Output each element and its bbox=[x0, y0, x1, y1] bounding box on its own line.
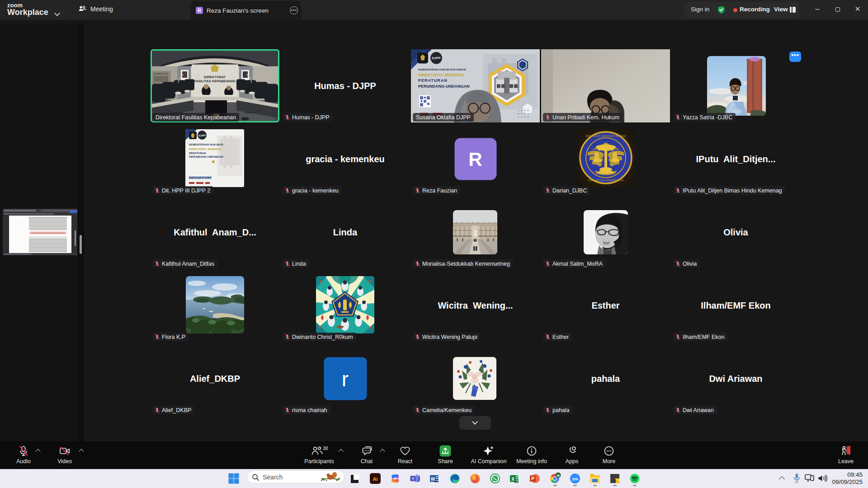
svg-text:zm: zm bbox=[572, 476, 578, 481]
svg-text:T: T bbox=[412, 477, 415, 481]
svg-text:38: 38 bbox=[323, 446, 328, 451]
svg-text:X: X bbox=[511, 477, 514, 482]
svg-text:Ai: Ai bbox=[373, 476, 378, 482]
svg-text:KEMENTERIAN HUKUM DAN HAM RI: KEMENTERIAN HUKUM DAN HAM RI bbox=[418, 68, 466, 71]
svg-text:KEMENTERIAN HUKUM RI: KEMENTERIAN HUKUM RI bbox=[189, 143, 223, 146]
svg-text:W: W bbox=[431, 477, 435, 482]
svg-text:DIREKTORAT JENDERAL: DIREKTORAT JENDERAL bbox=[418, 73, 465, 77]
svg-text:DJPP: DJPP bbox=[198, 134, 206, 137]
svg-text:DIREKTORAT KEBERATAN BANDING: DIREKTORAT KEBERATAN BANDING bbox=[585, 135, 626, 137]
svg-text:DJPP: DJPP bbox=[432, 56, 441, 60]
svg-text:DIREKTORAT JENDERAL: DIREKTORAT JENDERAL bbox=[189, 148, 222, 150]
svg-text:PERATURAN: PERATURAN bbox=[418, 78, 448, 83]
svg-text:PERUNDANG-UNDANGAN: PERUNDANG-UNDANGAN bbox=[418, 84, 469, 88]
svg-text:KOLABORATIF-BERINTEGRITAS: KOLABORATIF-BERINTEGRITAS bbox=[588, 179, 624, 182]
svg-text:PERUNDANG-UNDANGAN: PERUNDANG-UNDANGAN bbox=[189, 155, 223, 158]
svg-text:DITJENPP.KEMENKUM.GO.ID: DITJENPP.KEMENKUM.GO.ID bbox=[189, 177, 218, 179]
svg-text:DIREKTORAT: DIREKTORAT bbox=[204, 75, 226, 79]
svg-text:M: M bbox=[557, 474, 559, 478]
svg-text:PERATURAN: PERATURAN bbox=[189, 152, 206, 155]
svg-text:P: P bbox=[531, 476, 534, 481]
svg-text:FASILITAS KEPABEANAN: FASILITAS KEPABEANAN bbox=[194, 79, 236, 83]
